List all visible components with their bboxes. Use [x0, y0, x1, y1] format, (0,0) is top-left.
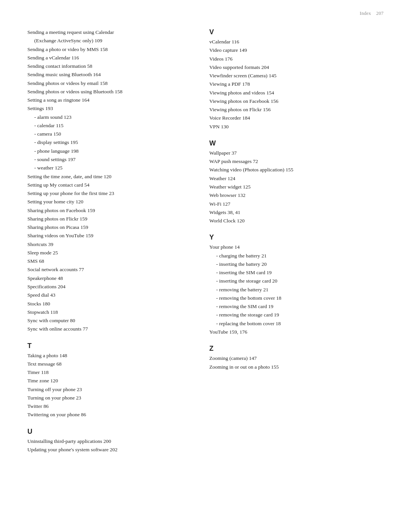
- list-item: vCalendar 116: [209, 38, 384, 46]
- list-item: Settings 193: [27, 104, 191, 113]
- list-item: Twittering on your phone 86: [27, 411, 191, 419]
- list-item: Setting your home city 120: [27, 198, 191, 206]
- section-W-letter: W: [209, 139, 384, 147]
- list-item: World Clock 120: [209, 217, 384, 225]
- page: Index 207 Sending a meeting request usin…: [0, 0, 411, 532]
- list-item: Videos 176: [209, 55, 384, 63]
- z-entries: Zooming (camera) 147Zooming in or out on…: [209, 354, 384, 371]
- page-header: Index 207: [360, 11, 384, 16]
- list-item: - sound settings 197: [27, 155, 191, 164]
- list-item: Sharing photos on Picasa 159: [27, 223, 191, 232]
- list-item: - inserting the SIM card 19: [209, 268, 384, 277]
- list-item: Zooming (camera) 147: [209, 354, 384, 363]
- list-item: - removing the bottom cover 18: [209, 294, 384, 302]
- list-item: Sending photos or videos using Bluetooth…: [27, 88, 191, 96]
- list-item: Setting a song as ringtone 164: [27, 96, 191, 104]
- section-V-letter: V: [209, 28, 384, 36]
- list-item: Widgets 38, 41: [209, 208, 384, 217]
- list-item: Sending a meeting request using Calendar: [27, 28, 191, 37]
- list-item: Sync with online accounts 77: [27, 325, 191, 333]
- list-item: - inserting the battery 20: [209, 260, 384, 268]
- list-item: Sharing videos on YouTube 159: [27, 232, 191, 240]
- list-item: (Exchange ActiveSync only) 109: [27, 37, 191, 45]
- list-item: Video capture 149: [209, 46, 384, 54]
- list-item: Sync with computer 80: [27, 316, 191, 325]
- list-item: Sending music using Bluetooth 164: [27, 70, 191, 79]
- list-item: Viewing photos and videos 154: [209, 89, 384, 97]
- list-item: WAP push messages 72: [209, 157, 384, 166]
- list-item: VPN 130: [209, 123, 384, 131]
- list-item: Specifications 204: [27, 283, 191, 291]
- w-entries: Wallpaper 37WAP push messages 72Watching…: [209, 149, 384, 225]
- list-item: Viewfinder screen (Camera) 145: [209, 72, 384, 80]
- v-entries: vCalendar 116Video capture 149Videos 176…: [209, 38, 384, 131]
- list-item: - inserting the storage card 20: [209, 277, 384, 285]
- list-item: Updating your phone's system software 20…: [27, 446, 191, 454]
- list-item: Stopwatch 118: [27, 308, 191, 316]
- index-columns: Sending a meeting request using Calendar…: [27, 28, 384, 455]
- list-item: Time zone 120: [27, 377, 191, 385]
- list-item: - removing the SIM card 19: [209, 302, 384, 311]
- list-item: Sleep mode 25: [27, 249, 191, 257]
- right-column: V vCalendar 116Video capture 149Videos 1…: [209, 28, 384, 455]
- list-item: Setting up your phone for the first time…: [27, 189, 191, 198]
- list-item: - display settings 195: [27, 138, 191, 147]
- list-item: Sharing photos on Flickr 159: [27, 215, 191, 223]
- list-item: - replacing the bottom cover 18: [209, 320, 384, 328]
- list-item: Weather widget 125: [209, 183, 384, 191]
- list-item: Wi-Fi 127: [209, 200, 384, 208]
- y-entries: Your phone 14 - charging the battery 21 …: [209, 243, 384, 336]
- list-item: Setting the time zone, date, and time 12…: [27, 173, 191, 181]
- list-item: Stocks 180: [27, 300, 191, 308]
- list-item: Video supported formats 204: [209, 63, 384, 72]
- section-U-letter: U: [27, 428, 191, 436]
- list-item: Turning on your phone 23: [27, 394, 191, 402]
- list-item: Twitter 86: [27, 402, 191, 411]
- list-item: Viewing a PDF 178: [209, 80, 384, 88]
- page-number: 207: [376, 11, 384, 16]
- list-item: Social network accounts 77: [27, 265, 191, 274]
- t-entries: Taking a photo 148Text message 68Timer 1…: [27, 351, 191, 419]
- list-item: Zooming in or out on a photo 155: [209, 363, 384, 371]
- u-entries: Uninstalling third-party applications 20…: [27, 437, 191, 454]
- list-item: - weather 125: [27, 164, 191, 172]
- list-item: Sharing photos on Facebook 159: [27, 206, 191, 215]
- list-item: Uninstalling third-party applications 20…: [27, 437, 191, 446]
- list-item: - alarm sound 123: [27, 113, 191, 121]
- list-item: Sending a vCalendar 116: [27, 54, 191, 62]
- list-item: YouTube 159, 176: [209, 328, 384, 336]
- section-Y-letter: Y: [209, 233, 384, 241]
- list-item: Voice Recorder 184: [209, 114, 384, 122]
- s-entries: Sending a meeting request using Calendar…: [27, 28, 191, 334]
- list-item: Speakerphone 48: [27, 274, 191, 283]
- list-item: - removing the battery 21: [209, 286, 384, 294]
- list-item: SMS 68: [27, 257, 191, 265]
- list-item: Wallpaper 37: [209, 149, 384, 157]
- list-item: Sending a photo or video by MMS 158: [27, 45, 191, 54]
- section-T-letter: T: [27, 342, 191, 350]
- list-item: - charging the battery 21: [209, 252, 384, 260]
- list-item: Text message 68: [27, 360, 191, 368]
- list-item: Shortcuts 39: [27, 240, 191, 249]
- list-item: Viewing photos on Facebook 156: [209, 97, 384, 105]
- list-item: Setting up My contact card 54: [27, 181, 191, 189]
- list-item: - calendar 115: [27, 121, 191, 130]
- list-item: Speed dial 43: [27, 291, 191, 299]
- list-item: Your phone 14: [209, 243, 384, 251]
- list-item: Watching video (Photos application) 155: [209, 166, 384, 174]
- page-header-label: Index: [360, 11, 371, 16]
- list-item: - removing the storage card 19: [209, 311, 384, 319]
- list-item: Web browser 132: [209, 191, 384, 200]
- list-item: Turning off your phone 23: [27, 385, 191, 394]
- list-item: Sending contact information 58: [27, 62, 191, 70]
- section-Z-letter: Z: [209, 345, 384, 353]
- list-item: Sending photos or videos by email 158: [27, 79, 191, 88]
- list-item: Taking a photo 148: [27, 351, 191, 360]
- left-column: Sending a meeting request using Calendar…: [27, 28, 191, 455]
- list-item: Viewing photos on Flickr 156: [209, 105, 384, 114]
- list-item: Weather 124: [209, 174, 384, 183]
- list-item: - camera 150: [27, 130, 191, 138]
- list-item: - phone language 198: [27, 147, 191, 155]
- list-item: Timer 118: [27, 368, 191, 377]
